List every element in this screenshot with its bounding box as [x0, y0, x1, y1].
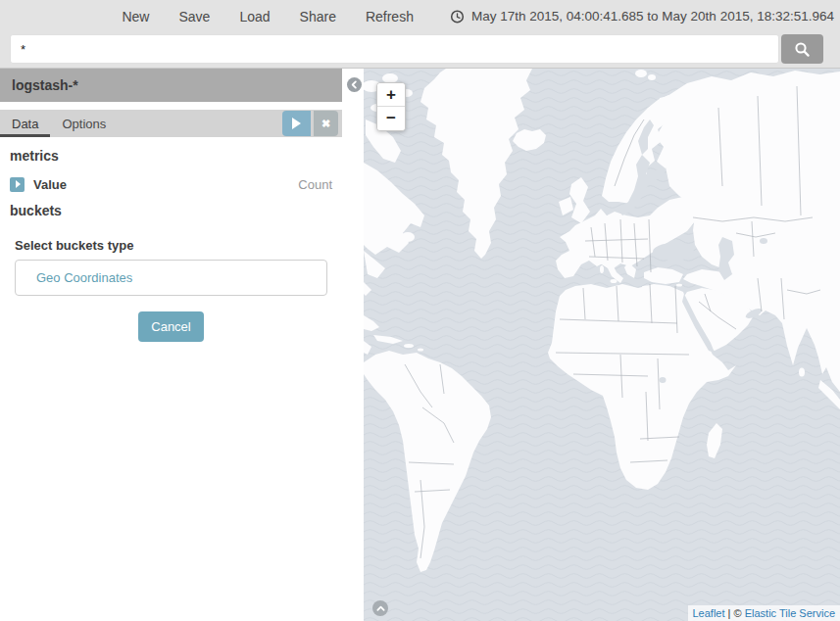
play-icon	[292, 118, 301, 129]
metric-agg-value: Count	[298, 177, 332, 192]
new-button[interactable]: New	[122, 9, 149, 24]
load-button[interactable]: Load	[239, 9, 270, 24]
close-icon: ✖	[321, 118, 330, 130]
toolbar: New Save Load Share Refresh May 17th 201…	[0, 0, 840, 69]
clock-icon	[450, 9, 465, 24]
agg-action-buttons: ✖	[282, 111, 338, 136]
buckets-heading: buckets	[10, 203, 332, 218]
tile-map-canvas[interactable]: + − Leaflet | © Elastic Tile Service	[364, 69, 840, 621]
collapse-left-icon	[350, 80, 359, 89]
leaflet-link[interactable]: Leaflet	[693, 607, 725, 619]
metrics-heading: metrics	[10, 148, 332, 164]
select-buckets-type-label: Select buckets type	[15, 238, 327, 253]
copyright-symbol: ©	[734, 607, 742, 619]
elastic-tile-service-link[interactable]: Elastic Tile Service	[745, 607, 835, 619]
tab-data[interactable]: Data	[0, 110, 50, 137]
time-range-label: May 17th 2015, 04:00:41.685 to May 20th …	[471, 9, 834, 24]
index-pattern-title: logstash-*	[0, 69, 342, 102]
attribution-separator: |	[728, 607, 731, 619]
share-button[interactable]: Share	[300, 9, 336, 24]
expand-metric-button[interactable]	[10, 177, 25, 192]
map-zoom-control: + −	[376, 82, 406, 131]
zoom-out-button[interactable]: −	[377, 107, 405, 130]
chevron-up-icon	[376, 604, 385, 613]
bucket-option-geo-coordinates[interactable]: Geo Coordinates	[16, 261, 326, 295]
map-attribution: Leaflet | © Elastic Tile Service	[688, 605, 840, 621]
time-picker[interactable]: May 17th 2015, 04:00:41.685 to May 20th …	[450, 9, 836, 24]
metric-label: Value	[33, 177, 67, 192]
editor-tabs: Data Options ✖	[0, 110, 342, 137]
cancel-button[interactable]: Cancel	[138, 311, 203, 342]
bucket-type-form: Select buckets type Geo Coordinates Canc…	[15, 238, 327, 342]
vis-editor-sidebar: logstash-* Data Options ✖ metrics	[0, 69, 364, 621]
discard-changes-button[interactable]: ✖	[314, 111, 338, 136]
metric-row[interactable]: Value Count	[10, 171, 332, 197]
search-icon	[794, 41, 811, 58]
bucket-type-list: Geo Coordinates	[15, 260, 327, 296]
search-button[interactable]	[781, 34, 823, 64]
sidebar-collapse-button[interactable]	[347, 77, 362, 92]
search-bar	[0, 32, 840, 64]
chevron-right-icon	[16, 180, 21, 188]
save-button[interactable]: Save	[178, 9, 210, 24]
tab-options[interactable]: Options	[50, 110, 118, 137]
spy-panel-toggle-button[interactable]	[372, 600, 388, 616]
zoom-in-button[interactable]: +	[377, 83, 405, 107]
world-map	[364, 69, 840, 621]
toolbar-menu: New Save Load Share Refresh May 17th 201…	[0, 0, 840, 32]
apply-changes-button[interactable]	[282, 111, 311, 136]
refresh-button[interactable]: Refresh	[366, 9, 414, 24]
search-input[interactable]	[10, 34, 779, 64]
